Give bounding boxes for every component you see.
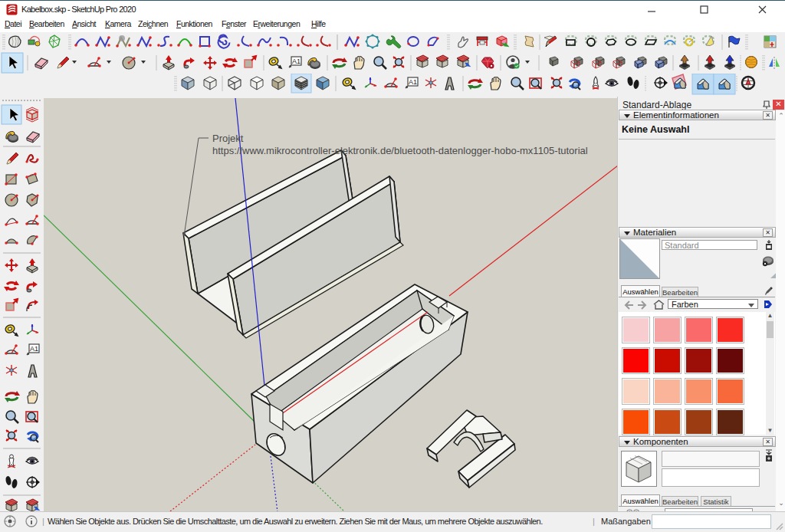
svg-text:A1: A1 [30, 345, 38, 353]
svg-text:https://www.mikrocontroller-el: https://www.mikrocontroller-elektronik.d… [212, 145, 588, 156]
svg-text:A1: A1 [409, 78, 417, 86]
svg-text:A1: A1 [292, 57, 301, 65]
svg-text:Projekt: Projekt [212, 133, 244, 144]
